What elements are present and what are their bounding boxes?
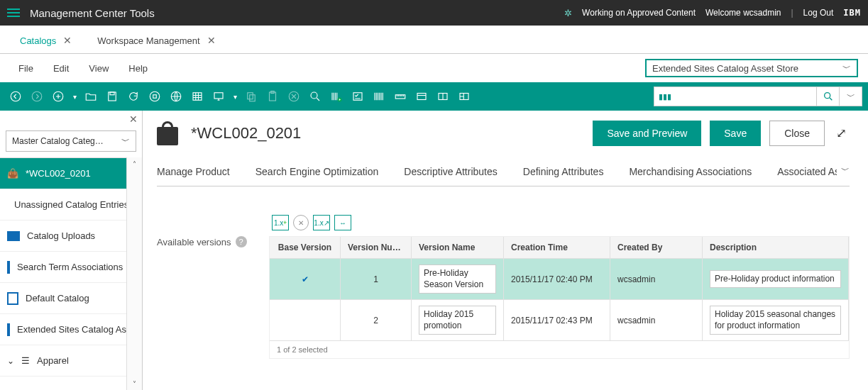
version-row[interactable]: 2 Holiday 2015 promotion 2015/11/17 02:4… <box>270 300 849 341</box>
toolbar-search-input[interactable] <box>676 91 812 102</box>
tree-item-unassigned[interactable]: Unassigned Catalog Entries <box>0 189 126 221</box>
copy-button[interactable] <box>241 87 261 106</box>
tree-item-wcl002[interactable]: 👜 *WCL002_0201 <box>0 158 126 189</box>
menu-edit[interactable]: Edit <box>53 63 69 74</box>
save-and-preview-button[interactable]: Save and Preview <box>593 121 701 146</box>
new-dropdown[interactable]: ▾ <box>70 87 79 106</box>
col-creation-time[interactable]: Creation Time <box>504 237 610 259</box>
stop-button[interactable] <box>145 87 165 106</box>
col-base-version[interactable]: Base Version <box>270 237 341 259</box>
scroll-up-icon[interactable]: ˄ <box>127 157 142 170</box>
menu-file[interactable]: File <box>18 63 33 74</box>
expand-icon[interactable]: ⤢ <box>833 126 850 141</box>
forward-button[interactable] <box>27 87 47 106</box>
tab-catalogs[interactable]: Catalogs ✕ <box>7 26 84 53</box>
version-name-input[interactable]: Pre-Holiday Season Version <box>419 264 496 294</box>
version-export-button[interactable]: 1.x↗ <box>313 215 330 230</box>
tab-descriptive-attributes[interactable]: Descriptive Attributes <box>404 166 498 177</box>
save-button[interactable]: Save <box>710 121 761 146</box>
hamburger-icon[interactable] <box>7 9 20 17</box>
tab-associated-assets[interactable]: Associated Assets <box>777 166 841 177</box>
close-icon[interactable]: ✕ <box>207 35 216 46</box>
svg-rect-3 <box>109 92 116 101</box>
tree-scrollbar[interactable]: ˄ ˅ <box>126 157 142 390</box>
tab-workspace-management[interactable]: Workspace Management ✕ <box>84 26 228 53</box>
menu-icon: ☰ <box>21 355 30 366</box>
layout1-button[interactable] <box>412 87 432 106</box>
tree-item-extended-sites[interactable]: Extended Sites Catalog Asset Store <box>0 314 126 345</box>
search-dropdown[interactable]: ﹀ <box>840 87 862 106</box>
close-icon[interactable]: ✕ <box>63 35 72 46</box>
tree-item-apparel[interactable]: ⌄ ☰ Apparel <box>0 345 126 377</box>
col-version-name[interactable]: Version Name <box>412 237 504 259</box>
display-button[interactable] <box>209 87 229 106</box>
tree-item-label: Apparel <box>37 355 69 366</box>
tree-item-search-term[interactable]: Search Term Associations <box>0 252 126 283</box>
version-row[interactable]: ✔ 1 Pre-Holiday Season Version 2015/11/1… <box>270 259 849 300</box>
gear-icon[interactable]: ✲ <box>564 8 572 18</box>
table-button[interactable] <box>187 87 207 106</box>
save-label: Save <box>724 128 747 139</box>
menu-view[interactable]: View <box>89 63 109 74</box>
barcode-button[interactable] <box>369 87 389 106</box>
ruler-button[interactable] <box>390 87 410 106</box>
chevron-down-icon[interactable]: ⌄ <box>7 356 14 366</box>
check-icon: ✔ <box>302 274 309 284</box>
col-version-number[interactable]: Version Number <box>341 237 412 259</box>
tab-seo[interactable]: Search Engine Optimization <box>256 166 379 177</box>
toolbar-search[interactable]: ▮▮▮ <box>654 87 817 106</box>
version-compare-button[interactable]: ↔ <box>334 215 351 230</box>
store-selector-value: Extended Sites Catalog Asset Store <box>652 63 798 74</box>
catalog-selector[interactable]: Master Catalog Categories ﹀ <box>6 130 136 152</box>
logout-link[interactable]: Log Out <box>803 8 834 18</box>
menu-help[interactable]: Help <box>128 63 148 74</box>
tabs-overflow-icon[interactable]: ﹀ <box>837 166 850 177</box>
left-panel: ✕ Master Catalog Categories ﹀ 👜 *WCL002_… <box>0 111 143 390</box>
delete-button[interactable] <box>284 87 304 106</box>
new-button[interactable] <box>48 87 68 106</box>
left-panel-close-icon[interactable]: ✕ <box>129 113 138 125</box>
chevron-down-icon: ﹀ <box>842 62 851 74</box>
help-icon[interactable]: ? <box>236 236 247 247</box>
search-button[interactable] <box>817 87 840 106</box>
list-check-button[interactable] <box>348 87 368 106</box>
col-description[interactable]: Description <box>703 237 849 259</box>
tab-defining-attributes[interactable]: Defining Attributes <box>523 166 604 177</box>
save-button[interactable] <box>102 87 122 106</box>
find-button[interactable] <box>305 87 325 106</box>
display-dropdown[interactable]: ▾ <box>230 87 240 106</box>
version-add-button[interactable]: 1.x+ <box>272 215 289 230</box>
tab-merchandising-associations[interactable]: Merchandising Associations <box>629 166 752 177</box>
back-button[interactable] <box>6 87 26 106</box>
refresh-button[interactable] <box>123 87 143 106</box>
close-button[interactable]: Close <box>769 121 825 146</box>
page-title: *WCL002_0201 <box>191 124 301 143</box>
working-status: Working on Approved Content <box>582 8 696 18</box>
store-selector[interactable]: Extended Sites Catalog Asset Store ﹀ <box>645 59 858 77</box>
svg-rect-11 <box>250 95 256 101</box>
svg-point-15 <box>311 92 317 99</box>
version-delete-button[interactable]: ✕ <box>293 215 309 230</box>
open-button[interactable] <box>81 87 101 106</box>
tree-item-label: Extended Sites Catalog Asset Store <box>17 324 126 335</box>
cell-created-by: wcsadmin <box>610 300 703 341</box>
description-input[interactable]: Pre-Holiday product information <box>710 270 841 289</box>
tab-catalogs-label: Catalogs <box>20 35 56 46</box>
layout3-button[interactable] <box>454 87 474 106</box>
tree-item-default-catalog[interactable]: Default Catalog <box>0 283 126 314</box>
description-input[interactable]: Holiday 2015 seasonal changes for produc… <box>710 306 841 335</box>
globe-button[interactable] <box>166 87 186 106</box>
menubar: File Edit View Help Extended Sites Catal… <box>0 54 868 82</box>
cell-description: Pre-Holiday product information <box>703 259 849 300</box>
product-tabs: Manage Product Search Engine Optimizatio… <box>157 166 850 186</box>
scroll-down-icon[interactable]: ˅ <box>127 377 142 390</box>
svg-point-22 <box>824 93 830 99</box>
col-created-by[interactable]: Created By <box>610 237 703 259</box>
version-name-input[interactable]: Holiday 2015 promotion <box>419 306 496 335</box>
cell-base-version: ✔ <box>270 259 341 300</box>
barcode-play-button[interactable] <box>326 87 346 106</box>
layout2-button[interactable] <box>433 87 453 106</box>
tree-item-uploads[interactable]: Catalog Uploads <box>0 221 126 252</box>
paste-button[interactable] <box>263 87 282 106</box>
tab-manage-product[interactable]: Manage Product <box>157 166 230 177</box>
